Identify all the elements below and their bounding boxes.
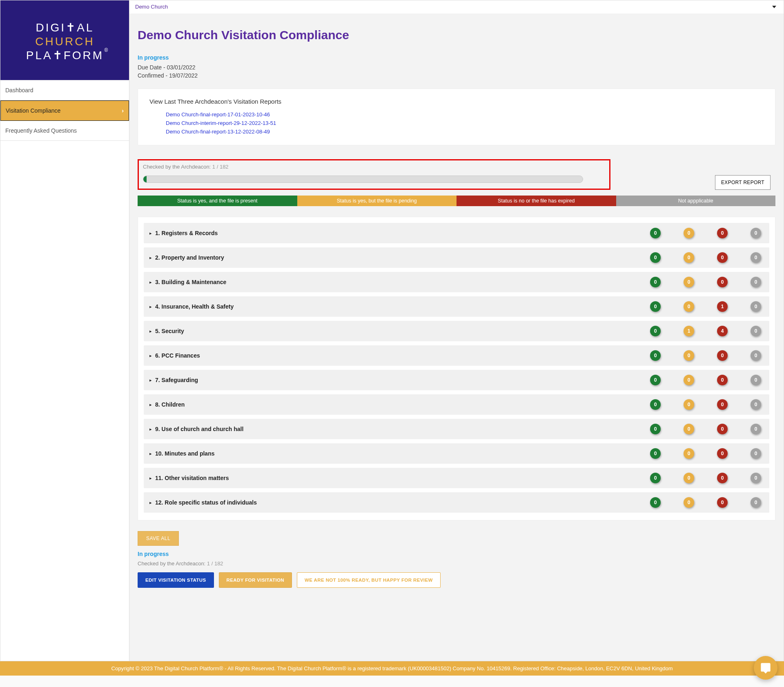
badge-green: 0 [650,497,661,508]
legend-red: Status is no or the file has expired [457,196,616,206]
logo-line-1: DIGI✝AL [36,21,94,34]
section-row[interactable]: ▸9. Use of church and church hall0000 [144,419,769,439]
sidebar: DIGI✝AL CHURCH PLA✝FORM ® Dashboard › Vi… [0,0,129,661]
section-badges: 0000 [650,448,764,459]
section-label: 9. Use of church and church hall [155,426,650,432]
progress-label-prefix: Checked by the Archdeacon: [143,164,212,170]
section-row[interactable]: ▸3. Building & Maintenance0000 [144,272,769,292]
report-link[interactable]: Demo Church-final-report-17-01-2023-10-4… [166,111,764,119]
breadcrumb[interactable]: Demo Church [135,4,168,10]
badge-green: 0 [650,277,661,287]
badge-green: 0 [650,473,661,483]
legend-grey: Not appplicable [616,196,776,206]
disclosure-icon: ▸ [149,255,152,260]
sidebar-item-faq[interactable]: Frequently Asked Questions › [0,121,129,141]
content: Demo Church Visitation Compliance In pro… [129,13,784,661]
legend-yellow: Status is yes, but the file is pending [297,196,457,206]
sidebar-item-label: Dashboard [5,87,33,93]
section-label: 10. Minutes and plans [155,450,650,457]
badge-yellow: 0 [684,228,694,238]
badge-yellow: 0 [684,350,694,361]
section-row[interactable]: ▸8. Children0000 [144,394,769,415]
section-row[interactable]: ▸2. Property and Inventory0000 [144,247,769,268]
section-row[interactable]: ▸7. Safeguarding0000 [144,370,769,390]
disclosure-icon: ▸ [149,231,152,236]
logo-line-3: PLA✝FORM [26,49,103,62]
status-text: In progress [138,54,775,61]
bottom-checked-count: 1 / 182 [207,560,223,567]
progress-bar-fill [143,176,147,182]
logo-line-2: CHURCH [35,35,94,48]
section-badges: 0010 [650,301,764,312]
reports-heading: View Last Three Archdeacon's Visitation … [149,98,764,105]
save-all-button[interactable]: SAVE ALL [138,531,179,546]
section-label: 8. Children [155,401,650,408]
confirmed: Confirmed - 19/07/2022 [138,72,775,79]
section-badges: 0000 [650,473,764,483]
sidebar-item-visitation-compliance[interactable]: Visitation Compliance › [0,100,129,121]
disclosure-icon: ▸ [149,280,152,285]
badge-grey: 0 [751,375,761,385]
sidebar-item-dashboard[interactable]: Dashboard › [0,80,129,100]
badge-green: 0 [650,301,661,312]
badge-red: 4 [717,326,728,336]
chat-widget-button[interactable] [754,656,777,680]
badge-yellow: 0 [684,399,694,410]
edit-visitation-status-button[interactable]: EDIT VISITATION STATUS [138,572,214,588]
badge-yellow: 0 [684,301,694,312]
report-link[interactable]: Demo Church-final-report-13-12-2022-08-4… [166,128,764,136]
sidebar-nav: Dashboard › Visitation Compliance › Freq… [0,80,129,141]
section-badges: 0000 [650,375,764,385]
badge-yellow: 1 [684,326,694,336]
page-title: Demo Church Visitation Compliance [138,28,775,42]
section-badges: 0000 [650,277,764,287]
progress-count: 1 / 182 [212,164,229,170]
section-badges: 0140 [650,326,764,336]
due-date: Due Date - 03/01/2022 [138,64,775,71]
section-row[interactable]: ▸4. Insurance, Health & Safety0010 [144,296,769,317]
badge-grey: 0 [751,228,761,238]
badge-grey: 0 [751,326,761,336]
section-row[interactable]: ▸12. Role specific status of individuals… [144,492,769,513]
disclosure-icon: ▸ [149,427,152,432]
ready-for-visitation-button[interactable]: READY FOR VISITATION [219,572,292,588]
section-label: 6. PCC Finances [155,352,650,359]
disclosure-icon: ▸ [149,329,152,334]
badge-yellow: 0 [684,497,694,508]
badge-red: 0 [717,497,728,508]
footer: Copyright © 2023 The Digital Church Plat… [0,661,784,676]
badge-yellow: 0 [684,277,694,287]
happy-for-review-button[interactable]: WE ARE NOT 100% READY, BUT HAPPY FOR REV… [297,572,441,588]
badge-grey: 0 [751,424,761,434]
badge-yellow: 0 [684,375,694,385]
section-row[interactable]: ▸1. Registers & Records0000 [144,223,769,243]
section-label: 3. Building & Maintenance [155,279,650,285]
badge-red: 0 [717,228,728,238]
user-menu-caret-icon[interactable] [772,6,776,8]
badge-grey: 0 [751,497,761,508]
badge-red: 0 [717,277,728,287]
report-link[interactable]: Demo Church-interim-report-29-12-2022-13… [166,119,764,128]
status-legend: Status is yes, and the file is present S… [138,196,775,206]
badge-green: 0 [650,399,661,410]
badge-red: 0 [717,399,728,410]
chat-icon [760,662,771,674]
badge-grey: 0 [751,301,761,312]
sidebar-item-label: Frequently Asked Questions [5,127,77,134]
section-badges: 0000 [650,350,764,361]
main: Demo Church Demo Church Visitation Compl… [129,0,784,661]
badge-grey: 0 [751,252,761,263]
badge-red: 1 [717,301,728,312]
section-row[interactable]: ▸5. Security0140 [144,321,769,341]
section-label: 11. Other visitation matters [155,475,650,481]
badge-red: 0 [717,350,728,361]
bottom-checked: Checked by the Archdeacon: 1 / 182 [138,560,775,567]
action-buttons: EDIT VISITATION STATUS READY FOR VISITAT… [138,572,775,588]
section-row[interactable]: ▸11. Other visitation matters0000 [144,468,769,488]
disclosure-icon: ▸ [149,476,152,481]
progress-label: Checked by the Archdeacon: 1 / 182 [143,164,605,170]
section-row[interactable]: ▸6. PCC Finances0000 [144,345,769,366]
export-report-button[interactable]: EXPORT REPORT [715,175,771,190]
section-row[interactable]: ▸10. Minutes and plans0000 [144,443,769,464]
section-label: 4. Insurance, Health & Safety [155,303,650,310]
